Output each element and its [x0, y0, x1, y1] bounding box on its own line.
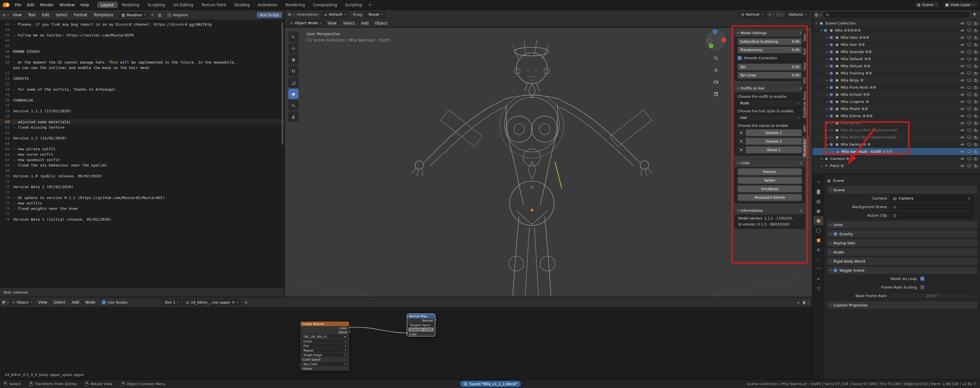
x-icon[interactable]: × — [972, 3, 975, 6]
disable-render-camera-icon[interactable] — [974, 143, 978, 146]
tool-icon[interactable]: ⊞ — [288, 11, 294, 18]
tool-button[interactable] — [288, 66, 299, 76]
disable-render-camera-icon[interactable] — [974, 114, 978, 118]
tool-button[interactable] — [288, 54, 299, 65]
custom-properties-header[interactable]: ▸Custom Properties — [827, 301, 977, 309]
disclosure-triangle-icon[interactable]: ▸ — [825, 115, 830, 117]
outliner-row[interactable]: ▸ ▣ Mila Extras — [813, 112, 980, 120]
editor-type-button[interactable]: ≡ — [2, 12, 9, 18]
blender-logo-icon[interactable] — [3, 3, 10, 7]
tool-button[interactable] — [288, 89, 299, 99]
pivot-dropdown[interactable]: ◎ Normal∨ — [738, 11, 765, 18]
properties-tab[interactable] — [814, 275, 823, 283]
workspace-tab[interactable]: Animation — [254, 2, 281, 8]
text-editor-menu[interactable]: Text — [25, 12, 38, 18]
disable-render-camera-icon[interactable] — [974, 79, 978, 82]
node-editor-menu[interactable]: View — [35, 299, 50, 305]
hide-eye-icon[interactable] — [960, 79, 965, 82]
strength-slider[interactable]: Strength1.000 — [409, 327, 434, 332]
collapsed-panel-header[interactable]: ▸ Audio — [827, 248, 977, 256]
sidebar-tab[interactable]: Rigidbody Bone — [802, 88, 809, 121]
outliner-row[interactable]: ▾ ▣ Scene Collection — [813, 20, 980, 27]
hide-eye-icon[interactable] — [960, 150, 965, 153]
hide-eye-icon[interactable] — [960, 72, 965, 75]
collection-checkbox[interactable] — [830, 143, 833, 146]
outliner-row[interactable]: ▸ ▣ Mila Punk Rock — [813, 84, 980, 91]
collection-checkbox[interactable] — [830, 43, 833, 46]
workspace-tab[interactable]: Layout — [97, 2, 118, 8]
disable-render-camera-icon[interactable] — [974, 121, 978, 125]
tan-lines-slider[interactable]: Tan Lines0.00 — [738, 72, 802, 79]
text-editor-scrollbar[interactable] — [282, 22, 283, 145]
collection-checkbox[interactable] — [830, 93, 833, 96]
new-text-button[interactable]: + — [149, 12, 156, 18]
disclosure-triangle-icon[interactable]: ▸ — [825, 43, 830, 46]
disable-render-camera-icon[interactable] — [974, 29, 978, 32]
topbar-menu[interactable]: File — [12, 2, 24, 8]
scene-panel-header[interactable]: ▾Scene — [827, 186, 977, 193]
collection-checkbox[interactable] — [830, 36, 833, 39]
disclosure-triangle-icon[interactable]: ▸ — [819, 157, 824, 160]
workspace-tab[interactable]: Compositing — [309, 2, 341, 8]
image-texture-node[interactable]: Image Texture Color Alpha D6C_UB_V09_01.… — [300, 321, 349, 371]
node-editor-menu[interactable]: Node — [83, 299, 98, 305]
disclosure-triangle-icon[interactable]: ▸ — [825, 86, 830, 89]
link-button[interactable]: Twitter — [738, 177, 802, 184]
outliner-row[interactable]: ▸ ▣ Mila School — [813, 91, 980, 98]
drag-dropdown[interactable]: Tweak∨ — [366, 11, 386, 18]
links-header[interactable]: Links — [735, 159, 805, 167]
disable-viewport-icon[interactable] — [967, 150, 971, 153]
text-editor-menu[interactable]: Templates — [91, 12, 116, 18]
workspace-tab[interactable]: Scripting — [341, 2, 366, 8]
disable-viewport-icon[interactable] — [967, 164, 971, 168]
outliner-row[interactable]: ▸ ▲ Mila Swimsuit - Outfit — [813, 148, 980, 155]
disable-render-camera-icon[interactable] — [974, 157, 978, 161]
outliner-row[interactable]: ▾ ▣ Mila Swimsuit — [813, 141, 980, 148]
outliner-row[interactable]: ▸ ☀ Point — [813, 162, 980, 169]
fake-user-icon[interactable]: ▣ — [232, 301, 234, 303]
model-settings-header[interactable]: Model Settings — [735, 29, 805, 37]
axis-x-dot[interactable]: X — [721, 38, 726, 42]
hide-eye-icon[interactable] — [960, 107, 965, 111]
filter-funnel-icon[interactable] — [971, 12, 978, 18]
node-editor-menu[interactable]: Add — [69, 299, 82, 305]
collapsed-panel-header[interactable]: ▸ Gravity — [827, 230, 977, 238]
hide-eye-icon[interactable] — [960, 43, 965, 46]
hide-eye-icon[interactable] — [960, 29, 965, 32]
disclosure-triangle-icon[interactable]: ▸ — [819, 164, 824, 167]
outfits-hair-header[interactable]: Outfits & Hair — [735, 85, 805, 92]
disable-viewport-icon[interactable] — [967, 22, 971, 25]
hide-eye-icon[interactable] — [960, 50, 965, 54]
snap-magnet-icon[interactable]: ∪ — [795, 299, 802, 305]
disable-render-camera-icon[interactable] — [974, 93, 978, 96]
link-button[interactable]: SmutBase — [738, 185, 802, 192]
hide-eye-icon[interactable] — [960, 143, 965, 146]
extra-toggle-button[interactable]: Glasses 2 — [746, 138, 802, 145]
slot-dropdown[interactable]: Slot 1∨ — [162, 299, 181, 305]
viewport-canvas[interactable]: User Perspective (1) Scene Collection | … — [285, 28, 812, 297]
collection-checkbox[interactable] — [830, 114, 833, 118]
sidebar-tab[interactable]: VPS — [802, 74, 809, 87]
chevron-down-icon[interactable] — [738, 129, 745, 136]
hide-eye-icon[interactable] — [960, 164, 965, 168]
zoom-icon[interactable] — [712, 54, 720, 62]
collection-checkbox[interactable] — [830, 129, 833, 132]
interpolation-dropdown[interactable]: Linear∨ — [302, 339, 348, 343]
disable-viewport-icon[interactable] — [967, 143, 971, 146]
disclosure-triangle-icon[interactable]: ▸ — [825, 57, 830, 61]
x-icon[interactable]: × — [935, 3, 937, 6]
hide-eye-icon[interactable] — [960, 93, 965, 96]
disclosure-triangle-icon[interactable]: ▸ — [825, 72, 830, 75]
hair-dropdown[interactable]: Hair∨ — [738, 114, 802, 121]
text-editor-menu[interactable]: Edit — [39, 12, 52, 18]
topbar-menu[interactable]: Edit — [24, 2, 37, 8]
viewport-menu[interactable]: View — [325, 20, 340, 26]
text-editor-menu[interactable]: View — [10, 12, 24, 18]
axis-z-dot[interactable]: Z — [713, 29, 718, 34]
axis-y-dot[interactable]: Y — [709, 44, 713, 48]
disclosure-triangle-icon[interactable]: ▸ — [825, 79, 830, 82]
outliner-row[interactable]: ▸ ▣ Mila Pirate — [813, 105, 980, 112]
disable-viewport-icon[interactable] — [967, 64, 971, 68]
link-button[interactable]: Patreon — [738, 168, 802, 175]
sidebar-tab[interactable]: View — [802, 59, 809, 73]
